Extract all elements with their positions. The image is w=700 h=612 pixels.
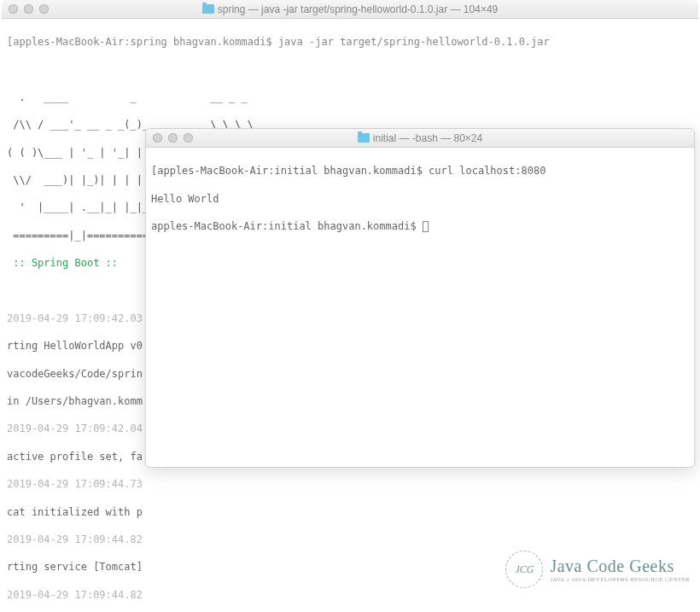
log-line: cat initialized with p — [7, 505, 693, 519]
window-title-front: initial — -bash — 80×24 — [153, 132, 687, 144]
titlebar-front[interactable]: initial — -bash — 80×24 — [146, 129, 694, 148]
minimize-icon[interactable] — [168, 133, 178, 143]
watermark-logo: JCG Java Code Geeks JAVA 2 JAVA DEVELOPE… — [505, 551, 690, 588]
folder-icon — [358, 133, 370, 143]
close-icon[interactable] — [9, 4, 18, 14]
traffic-lights-back — [9, 4, 49, 14]
watermark-main: Java Code Geeks — [550, 557, 690, 576]
ascii-art-line: . ____ _ __ _ _ — [7, 90, 693, 104]
terminal-window-initial[interactable]: initial — -bash — 80×24 [apples-MacBook-… — [145, 128, 695, 468]
jcg-text: Java Code Geeks JAVA 2 JAVA DEVELOPERS R… — [550, 557, 690, 583]
minimize-icon[interactable] — [24, 4, 33, 14]
cursor-icon — [423, 221, 429, 232]
log-line: 2019-04-29 17:09:44.82 — [7, 588, 693, 602]
log-line: 2019-04-29 17:09:44.82 — [7, 533, 693, 546]
window-title-back: spring — java -jar target/spring-hellowo… — [9, 3, 691, 15]
zoom-icon[interactable] — [184, 133, 193, 143]
blank-line — [7, 63, 693, 77]
title-text-back: spring — java -jar target/spring-hellowo… — [218, 3, 499, 15]
titlebar-back[interactable]: spring — java -jar target/spring-hellowo… — [2, 0, 698, 19]
prompt-line: [apples-MacBook-Air:spring bhagvan.komma… — [7, 35, 693, 49]
folder-icon — [202, 4, 214, 14]
title-text-front: initial — -bash — 80×24 — [373, 132, 482, 144]
jcg-badge-icon: JCG — [505, 551, 543, 588]
log-line: 2019-04-29 17:09:44.73 — [7, 477, 693, 491]
terminal-body-front[interactable]: [apples-MacBook-Air:initial bhagvan.komm… — [146, 148, 694, 264]
spring-boot-label: :: Spring Boot :: — [7, 257, 124, 269]
zoom-icon[interactable] — [39, 4, 49, 14]
prompt-waiting: apples-MacBook-Air:initial bhagvan.komma… — [151, 220, 423, 232]
close-icon[interactable] — [153, 133, 162, 143]
watermark-sub: JAVA 2 JAVA DEVELOPERS RESOURCE CENTER — [550, 576, 690, 583]
curl-command-line: [apples-MacBook-Air:initial bhagvan.komm… — [151, 164, 689, 178]
curl-output: Hello World — [151, 192, 689, 206]
traffic-lights-front — [153, 133, 193, 143]
